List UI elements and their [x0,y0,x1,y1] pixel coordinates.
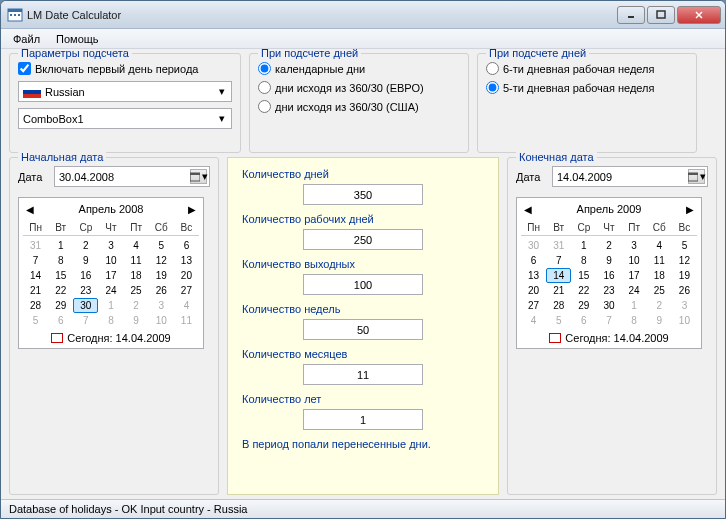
include-first-checkbox[interactable] [18,62,31,75]
cal-day[interactable]: 14 [23,268,48,283]
start-cal-title[interactable]: Апрель 2008 [79,203,144,215]
cal-day[interactable]: 4 [124,238,149,253]
minimize-button[interactable] [617,6,645,24]
cal-day[interactable]: 16 [596,268,621,283]
cal-day[interactable]: 23 [596,283,621,298]
cal-day[interactable]: 5 [546,313,571,328]
cal-day[interactable]: 25 [647,283,672,298]
maximize-button[interactable] [647,6,675,24]
cal-prev-button[interactable]: ◀ [23,202,37,216]
cal-day[interactable]: 11 [174,313,199,328]
cal-day[interactable]: 2 [73,238,98,253]
end-today-link[interactable]: Сегодня: 14.04.2009 [521,332,697,344]
cal-day[interactable]: 27 [174,283,199,298]
cal-day[interactable]: 5 [672,238,697,253]
cal-day[interactable]: 7 [23,253,48,268]
holidays-input[interactable] [303,274,423,295]
end-calendar[interactable]: ◀ Апрель 2009 ▶ ПнВтСрЧтПтСбВс3031123456… [516,197,702,349]
cal-day[interactable]: 26 [672,283,697,298]
cal-day[interactable]: 11 [124,253,149,268]
close-button[interactable] [677,6,721,24]
cal-day[interactable]: 27 [521,298,546,313]
cal-day[interactable]: 4 [647,238,672,253]
cal-day[interactable]: 5 [23,313,48,328]
cal-day[interactable]: 30 [73,298,98,313]
cal-day[interactable]: 29 [48,298,73,313]
cal-day[interactable]: 11 [647,253,672,268]
cal-day[interactable]: 22 [571,283,596,298]
radio-calendar[interactable]: календарные дни [258,62,460,75]
cal-next-button[interactable]: ▶ [185,202,199,216]
cal-day[interactable]: 19 [149,268,174,283]
cal-day[interactable]: 31 [546,238,571,253]
cal-day[interactable]: 1 [571,238,596,253]
cal-day[interactable]: 10 [149,313,174,328]
calendar-dropdown-icon[interactable]: ▾ [190,169,207,184]
cal-day[interactable]: 12 [149,253,174,268]
cal-day[interactable]: 18 [647,268,672,283]
cal-day[interactable]: 17 [622,268,647,283]
calendar-dropdown-icon[interactable]: ▾ [688,169,705,184]
end-cal-title[interactable]: Апрель 2009 [577,203,642,215]
cal-day[interactable]: 10 [98,253,123,268]
cal-day[interactable]: 1 [622,298,647,313]
start-today-link[interactable]: Сегодня: 14.04.2009 [23,332,199,344]
cal-day[interactable]: 30 [596,298,621,313]
weeks-input[interactable] [303,319,423,340]
cal-day[interactable]: 2 [596,238,621,253]
cal-day[interactable]: 8 [48,253,73,268]
cal-day[interactable]: 21 [23,283,48,298]
cal-day[interactable]: 3 [98,238,123,253]
cal-day[interactable]: 5 [149,238,174,253]
cal-day[interactable]: 9 [124,313,149,328]
radio-euro[interactable]: дни исходя из 360/30 (ЕВРО) [258,81,460,94]
cal-day[interactable]: 19 [672,268,697,283]
cal-day[interactable]: 29 [571,298,596,313]
menu-file[interactable]: Файл [5,31,48,47]
cal-day[interactable]: 7 [596,313,621,328]
cal-day[interactable]: 4 [521,313,546,328]
cal-day[interactable]: 9 [647,313,672,328]
cal-day[interactable]: 10 [672,313,697,328]
cal-day[interactable]: 28 [546,298,571,313]
cal-day[interactable]: 23 [73,283,98,298]
cal-day[interactable]: 7 [546,253,571,268]
combobox1[interactable]: ComboBox1 ▾ [18,108,232,129]
cal-day[interactable]: 13 [174,253,199,268]
cal-day[interactable]: 15 [48,268,73,283]
cal-day[interactable]: 6 [521,253,546,268]
cal-day[interactable]: 9 [596,253,621,268]
cal-day[interactable]: 24 [622,283,647,298]
cal-day[interactable]: 1 [98,298,123,313]
end-date-picker[interactable]: 14.04.2009 ▾ [552,166,708,187]
cal-day[interactable]: 2 [124,298,149,313]
titlebar[interactable]: LM Date Calculator [1,1,725,29]
cal-day[interactable]: 12 [672,253,697,268]
cal-day[interactable]: 10 [622,253,647,268]
cal-day[interactable]: 7 [73,313,98,328]
cal-day[interactable]: 28 [23,298,48,313]
cal-day[interactable]: 8 [571,253,596,268]
cal-day[interactable]: 13 [521,268,546,283]
cal-day[interactable]: 6 [174,238,199,253]
menu-help[interactable]: Помощь [48,31,107,47]
cal-day[interactable]: 1 [48,238,73,253]
cal-day[interactable]: 6 [571,313,596,328]
cal-day[interactable]: 2 [647,298,672,313]
language-combobox[interactable]: Russian ▾ [18,81,232,102]
cal-day[interactable]: 3 [622,238,647,253]
cal-day[interactable]: 31 [23,238,48,253]
cal-prev-button[interactable]: ◀ [521,202,535,216]
years-input[interactable] [303,409,423,430]
cal-day[interactable]: 6 [48,313,73,328]
months-input[interactable] [303,364,423,385]
cal-day[interactable]: 15 [571,268,596,283]
cal-day[interactable]: 3 [672,298,697,313]
cal-day[interactable]: 8 [98,313,123,328]
start-calendar[interactable]: ◀ Апрель 2008 ▶ ПнВтСрЧтПтСбВс3112345678… [18,197,204,349]
radio-usa[interactable]: дни исходя из 360/30 (США) [258,100,460,113]
radio-5day[interactable]: 5-ти дневная рабочая неделя [486,81,688,94]
cal-day[interactable]: 17 [98,268,123,283]
cal-day[interactable]: 3 [149,298,174,313]
radio-6day[interactable]: 6-ти дневная рабочая неделя [486,62,688,75]
